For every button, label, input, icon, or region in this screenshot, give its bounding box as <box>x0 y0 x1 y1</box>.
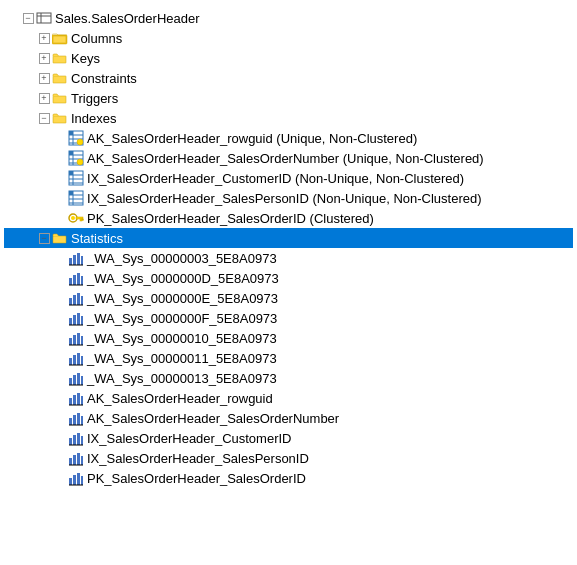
statistics-item-icon <box>68 330 84 346</box>
tree-item-constraints[interactable]: Constraints <box>4 68 573 88</box>
tree-item-stat12[interactable]: PK_SalesOrderHeader_SalesOrderID <box>4 468 573 488</box>
svg-rect-98 <box>77 473 80 485</box>
tree-item-stat11[interactable]: IX_SalesOrderHeader_SalesPersonID <box>4 448 573 468</box>
svg-rect-73 <box>77 373 80 385</box>
tree-item-stat1[interactable]: _WA_Sys_00000003_5E8A0973 <box>4 248 573 268</box>
tree-item-statistics[interactable]: Statistics <box>4 228 573 248</box>
svg-rect-74 <box>81 376 83 385</box>
keys-expander[interactable] <box>36 50 52 66</box>
svg-rect-43 <box>77 253 80 265</box>
root-expander[interactable] <box>20 10 36 26</box>
tree-item-stat3[interactable]: _WA_Sys_0000000E_5E8A0973 <box>4 288 573 308</box>
statistics-item-icon <box>68 390 84 406</box>
primary-key-icon <box>68 210 84 226</box>
svg-rect-81 <box>69 418 72 425</box>
tree-item-stat5[interactable]: _WA_Sys_00000010_5E8A0973 <box>4 328 573 348</box>
stat3-label: _WA_Sys_0000000E_5E8A0973 <box>87 291 278 306</box>
statistics-item-icon <box>68 310 84 326</box>
tree-item-stat2[interactable]: _WA_Sys_0000000D_5E8A0973 <box>4 268 573 288</box>
svg-rect-93 <box>77 453 80 465</box>
tree-item-indexes[interactable]: Indexes <box>4 108 573 128</box>
stat12-label: PK_SalesOrderHeader_SalesOrderID <box>87 471 306 486</box>
svg-rect-42 <box>73 255 76 265</box>
indexes-expander[interactable] <box>36 110 52 126</box>
svg-rect-48 <box>77 273 80 285</box>
tree-item-idx5[interactable]: PK_SalesOrderHeader_SalesOrderID (Cluste… <box>4 208 573 228</box>
svg-rect-0 <box>37 13 51 23</box>
statistics-expander[interactable] <box>36 230 52 246</box>
stat6-label: _WA_Sys_00000011_5E8A0973 <box>87 351 277 366</box>
svg-rect-67 <box>73 355 76 365</box>
svg-rect-97 <box>73 475 76 485</box>
statistics-item-icon <box>68 290 84 306</box>
indexes-label: Indexes <box>71 111 117 126</box>
svg-rect-92 <box>73 455 76 465</box>
svg-rect-96 <box>69 478 72 485</box>
folder-icon <box>52 230 68 246</box>
tree-item-stat7[interactable]: _WA_Sys_00000013_5E8A0973 <box>4 368 573 388</box>
svg-rect-21 <box>69 151 73 155</box>
idx5-label: PK_SalesOrderHeader_SalesOrderID (Cluste… <box>87 211 374 226</box>
svg-rect-82 <box>73 415 76 425</box>
svg-rect-84 <box>81 416 83 425</box>
idx4-label: IX_SalesOrderHeader_SalesPersonID (Non-U… <box>87 191 482 206</box>
svg-rect-47 <box>73 275 76 285</box>
svg-rect-71 <box>69 378 72 385</box>
svg-rect-78 <box>77 393 80 405</box>
svg-rect-64 <box>81 336 83 345</box>
stat11-label: IX_SalesOrderHeader_SalesPersonID <box>87 451 309 466</box>
stat9-label: AK_SalesOrderHeader_SalesOrderNumber <box>87 411 339 426</box>
tree-item-stat10[interactable]: IX_SalesOrderHeader_CustomerID <box>4 428 573 448</box>
svg-rect-28 <box>69 171 73 175</box>
svg-rect-7 <box>53 96 66 103</box>
columns-label: Columns <box>71 31 122 46</box>
svg-rect-49 <box>81 276 83 285</box>
unique-index-icon <box>68 130 84 146</box>
tree-root[interactable]: Sales.SalesOrderHeader <box>4 8 573 28</box>
constraints-label: Constraints <box>71 71 137 86</box>
svg-rect-79 <box>81 396 83 405</box>
stat1-label: _WA_Sys_00000003_5E8A0973 <box>87 251 277 266</box>
tree-item-idx1[interactable]: AK_SalesOrderHeader_rowguid (Unique, Non… <box>4 128 573 148</box>
svg-rect-62 <box>73 335 76 345</box>
svg-rect-72 <box>73 375 76 385</box>
tree-item-triggers[interactable]: Triggers <box>4 88 573 108</box>
svg-rect-83 <box>77 413 80 425</box>
folder-icon <box>52 110 68 126</box>
tree-item-columns[interactable]: Columns <box>4 28 573 48</box>
stat8-label: AK_SalesOrderHeader_rowguid <box>87 391 273 406</box>
svg-rect-40 <box>53 236 66 243</box>
tree-item-stat8[interactable]: AK_SalesOrderHeader_rowguid <box>4 388 573 408</box>
tree-item-stat9[interactable]: AK_SalesOrderHeader_SalesOrderNumber <box>4 408 573 428</box>
svg-rect-86 <box>69 438 72 445</box>
tree-item-stat4[interactable]: _WA_Sys_0000000F_5E8A0973 <box>4 308 573 328</box>
svg-rect-57 <box>73 315 76 325</box>
tree-container: Sales.SalesOrderHeader Columns Keys <box>4 8 573 488</box>
statistics-item-icon <box>68 350 84 366</box>
statistics-label: Statistics <box>71 231 123 246</box>
triggers-label: Triggers <box>71 91 118 106</box>
svg-point-22 <box>77 159 83 165</box>
tree-item-idx3[interactable]: IX_SalesOrderHeader_CustomerID (Non-Uniq… <box>4 168 573 188</box>
svg-rect-88 <box>77 433 80 445</box>
svg-rect-52 <box>73 295 76 305</box>
statistics-item-icon <box>68 270 84 286</box>
tree-item-keys[interactable]: Keys <box>4 48 573 68</box>
tree-item-idx2[interactable]: AK_SalesOrderHeader_SalesOrderNumber (Un… <box>4 148 573 168</box>
svg-rect-99 <box>81 476 83 485</box>
stat4-label: _WA_Sys_0000000F_5E8A0973 <box>87 311 277 326</box>
stat7-label: _WA_Sys_00000013_5E8A0973 <box>87 371 277 386</box>
folder-icon <box>52 70 68 86</box>
triggers-expander[interactable] <box>36 90 52 106</box>
statistics-item-icon <box>68 450 84 466</box>
tree-item-stat6[interactable]: _WA_Sys_00000011_5E8A0973 <box>4 348 573 368</box>
svg-rect-54 <box>81 296 83 305</box>
svg-point-15 <box>77 139 83 145</box>
constraints-expander[interactable] <box>36 70 52 86</box>
folder-icon <box>52 50 68 66</box>
svg-point-36 <box>71 216 75 220</box>
tree-item-idx4[interactable]: IX_SalesOrderHeader_SalesPersonID (Non-U… <box>4 188 573 208</box>
statistics-item-icon <box>68 430 84 446</box>
svg-rect-14 <box>69 131 73 135</box>
columns-expander[interactable] <box>36 30 52 46</box>
